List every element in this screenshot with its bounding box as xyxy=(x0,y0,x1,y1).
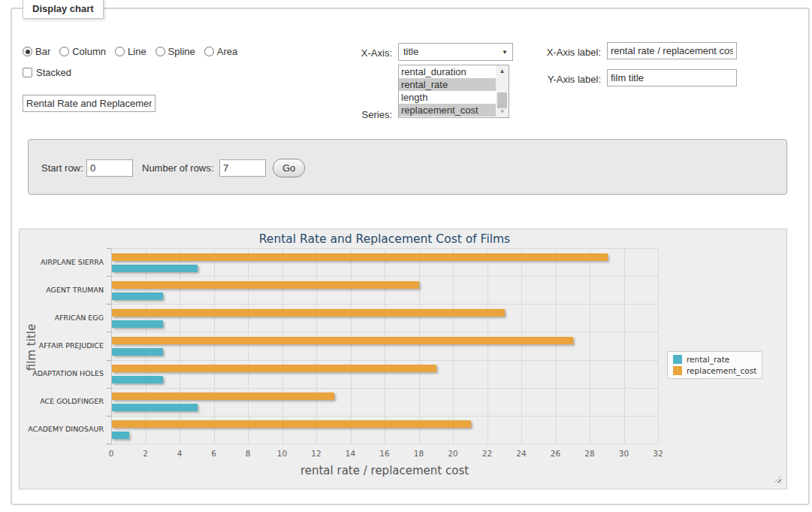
x-tick-label: 30 xyxy=(613,449,635,458)
category-label: AFRICAN EGG xyxy=(20,314,104,323)
y-axis-label-field-label: Y-Axis label: xyxy=(523,74,601,85)
x-tick-label: 10 xyxy=(271,449,294,458)
x-gridline xyxy=(590,248,590,444)
bar-replacement_cost[interactable] xyxy=(112,253,608,261)
x-tick-label: 16 xyxy=(373,449,396,458)
x-tick-label: 24 xyxy=(510,449,533,458)
bar-replacement_cost[interactable] xyxy=(112,392,334,400)
y-tick-mark xyxy=(107,360,111,361)
x-gridline xyxy=(316,248,317,444)
chart-resize-handle[interactable] xyxy=(774,476,781,483)
y-axis-label-input[interactable] xyxy=(607,69,737,86)
x-tick-label: 6 xyxy=(203,449,225,458)
x-tick-label: 12 xyxy=(305,449,328,458)
bar-rental_rate[interactable] xyxy=(112,265,198,272)
legend-label: rental_rate xyxy=(687,355,729,364)
legend-item-replacement_cost[interactable]: replacement_cost xyxy=(673,366,756,375)
chart-type-label-area: Area xyxy=(217,46,237,57)
radio-spline[interactable] xyxy=(155,47,165,56)
radio-bar[interactable] xyxy=(23,47,32,56)
series-multiselect[interactable]: rental_durationrental_ratelengthreplacem… xyxy=(398,65,509,118)
x-gridline xyxy=(556,248,557,444)
legend-label: replacement_cost xyxy=(687,366,756,375)
chart-type-label-bar: Bar xyxy=(35,46,50,57)
x-tick-label: 18 xyxy=(408,449,430,458)
x-gridline xyxy=(488,248,488,444)
x-axis-label-input[interactable] xyxy=(607,42,737,59)
series-option-rental_rate[interactable]: rental_rate xyxy=(399,78,509,91)
bar-replacement_cost[interactable] xyxy=(112,420,471,428)
y-gridline xyxy=(111,360,658,361)
x-axis-select[interactable]: title ▼ xyxy=(398,43,513,61)
chart-x-axis-title: rental rate / replacement cost xyxy=(111,464,658,477)
y-tick-mark xyxy=(107,416,111,417)
chart-legend: rental_ratereplacement_cost xyxy=(667,351,762,379)
series-option-rental_duration[interactable]: rental_duration xyxy=(399,65,509,78)
x-gridline xyxy=(624,248,625,444)
bar-chart: Rental Rate and Replacement Cost of Film… xyxy=(19,229,787,489)
chart-type-option-line[interactable]: Line xyxy=(115,46,146,57)
x-gridline xyxy=(658,248,659,444)
y-gridline xyxy=(111,332,658,332)
series-scrollbar[interactable]: ▲ ▼ xyxy=(496,65,509,117)
bar-replacement_cost[interactable] xyxy=(112,337,573,344)
chart-title-input[interactable] xyxy=(23,95,155,112)
go-button[interactable]: Go xyxy=(273,159,305,177)
chevron-down-icon: ▼ xyxy=(502,44,508,62)
x-tick-label: 8 xyxy=(237,449,259,458)
category-label: AFFAIR PREJUDICE xyxy=(20,341,104,350)
y-gridline xyxy=(111,304,658,304)
start-row-input[interactable] xyxy=(86,159,133,177)
category-label: ACADEMY DINOSAUR xyxy=(20,425,104,434)
chart-type-radio-group: BarColumnLineSplineArea xyxy=(23,46,237,57)
y-gridline xyxy=(111,388,658,389)
bar-rental_rate[interactable] xyxy=(112,376,163,383)
radio-area[interactable] xyxy=(204,47,214,56)
stacked-option[interactable]: Stacked xyxy=(23,67,71,78)
number-of-rows-label: Number of rows: xyxy=(142,162,213,174)
bar-rental_rate[interactable] xyxy=(112,348,163,356)
chart-type-option-spline[interactable]: Spline xyxy=(155,46,195,57)
chart-type-option-column[interactable]: Column xyxy=(59,46,106,57)
bar-rental_rate[interactable] xyxy=(112,432,129,439)
category-label: ADAPTATION HOLES xyxy=(20,369,104,378)
scrollbar-up-icon[interactable]: ▲ xyxy=(496,65,509,77)
bar-rental_rate[interactable] xyxy=(112,404,198,411)
chart-title: Rental Rate and Replacement Cost of Film… xyxy=(111,232,658,246)
bar-replacement_cost[interactable] xyxy=(112,281,419,289)
chart-type-option-area[interactable]: Area xyxy=(204,46,237,57)
x-tick-label: 0 xyxy=(100,449,122,458)
x-gridline xyxy=(385,248,385,444)
x-gridline xyxy=(453,248,454,444)
x-gridline xyxy=(282,248,283,444)
bar-replacement_cost[interactable] xyxy=(112,309,505,317)
scrollbar-down-icon[interactable]: ▼ xyxy=(496,106,509,117)
y-gridline xyxy=(111,444,658,444)
chart-type-option-bar[interactable]: Bar xyxy=(23,46,50,57)
series-option-length[interactable]: length xyxy=(399,91,509,104)
y-axis-line xyxy=(111,248,112,444)
y-tick-mark xyxy=(107,248,111,249)
bar-rental_rate[interactable] xyxy=(112,292,163,300)
stacked-label: Stacked xyxy=(36,67,71,78)
x-axis-label-field-label: X-Axis label: xyxy=(523,47,601,58)
bar-replacement_cost[interactable] xyxy=(112,365,436,372)
x-gridline xyxy=(521,248,522,444)
category-label: AIRPLANE SIERRA xyxy=(20,258,104,267)
bar-rental_rate[interactable] xyxy=(112,320,163,328)
x-gridline xyxy=(180,248,180,444)
radio-line[interactable] xyxy=(115,47,125,56)
legend-item-rental_rate[interactable]: rental_rate xyxy=(673,355,756,364)
x-axis-select-label: X-Axis: xyxy=(311,47,392,59)
radio-column[interactable] xyxy=(59,47,69,56)
series-option-replacement_cost[interactable]: replacement_cost xyxy=(399,104,509,117)
legend-swatch xyxy=(673,355,682,364)
y-tick-mark xyxy=(107,276,111,277)
x-tick-label: 22 xyxy=(476,449,499,458)
y-tick-mark xyxy=(107,444,111,444)
x-gridline xyxy=(248,248,249,444)
stacked-checkbox[interactable] xyxy=(23,68,32,77)
category-label: ACE GOLDFINGER xyxy=(20,397,104,406)
x-tick-label: 2 xyxy=(134,449,157,458)
number-of-rows-input[interactable] xyxy=(219,159,266,177)
